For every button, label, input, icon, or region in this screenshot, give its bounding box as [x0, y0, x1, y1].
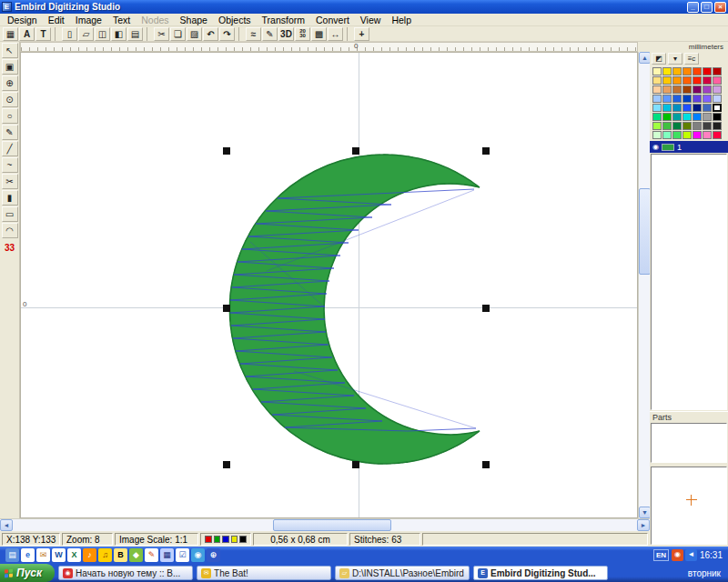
palette-control-button[interactable]: ≡c	[684, 53, 699, 65]
taskbar-window-button[interactable]: ◉ Начать новую тему :: B...	[58, 566, 193, 580]
design-object[interactable]	[229, 155, 480, 464]
palette-control-button[interactable]: ▾	[668, 53, 682, 65]
quick-launch-icon[interactable]: W	[52, 548, 66, 562]
thread-color-swatch[interactable]	[703, 95, 712, 103]
toolbar-button[interactable]	[238, 27, 242, 41]
menu-item[interactable]: Help	[386, 14, 417, 26]
thread-color-swatch[interactable]	[693, 122, 702, 130]
thread-color-swatch[interactable]	[703, 67, 712, 75]
toolbar-button[interactable]: ▱	[78, 27, 94, 41]
thread-color-swatch[interactable]	[682, 104, 692, 112]
toolbar-button[interactable]: 20 30	[295, 27, 310, 41]
thread-color-swatch[interactable]	[662, 122, 672, 130]
toolbar-button[interactable]	[347, 27, 350, 41]
thread-color-swatch[interactable]	[693, 67, 702, 75]
status-color-swatch[interactable]	[214, 536, 221, 543]
quick-launch-icon[interactable]: ⊕	[207, 548, 220, 562]
toolbar-button[interactable]: ≈	[246, 27, 261, 41]
quick-launch-icon[interactable]: ▦	[160, 548, 174, 562]
maximize-button[interactable]: □	[701, 2, 713, 13]
quick-launch-icon[interactable]: e	[21, 548, 35, 562]
thread-color-swatch[interactable]	[652, 76, 662, 85]
thread-color-swatch[interactable]	[682, 131, 692, 139]
menu-item[interactable]: Edit	[43, 14, 70, 26]
horizontal-scrollbar[interactable]: ◄ ►	[0, 518, 650, 531]
tool-button[interactable]: ⊙	[2, 92, 18, 107]
thread-color-swatch[interactable]	[693, 95, 702, 103]
thread-color-swatch[interactable]	[703, 76, 712, 85]
tool-button[interactable]: ╱	[2, 141, 18, 156]
selection-handle[interactable]	[482, 305, 490, 312]
toolbar-button[interactable]: ✂	[154, 27, 169, 41]
tool-button[interactable]: ✂	[2, 174, 18, 189]
tool-button[interactable]: ↖	[2, 43, 18, 58]
thread-color-swatch[interactable]	[713, 76, 722, 85]
menu-item[interactable]: Objects	[213, 14, 257, 26]
thread-color-swatch[interactable]	[713, 113, 722, 121]
close-button[interactable]: ×	[714, 2, 726, 13]
thread-color-swatch[interactable]	[672, 85, 682, 94]
thread-color-swatch[interactable]	[652, 85, 662, 94]
taskbar-window-button[interactable]: ✉ The Bat!	[197, 566, 331, 580]
toolbar-button[interactable]: T	[35, 27, 51, 41]
quick-launch-icon[interactable]: ▤	[5, 548, 19, 562]
thread-color-swatch[interactable]	[652, 131, 662, 139]
thread-color-swatch[interactable]	[662, 113, 672, 121]
thread-color-swatch[interactable]	[672, 76, 682, 85]
thread-color-swatch[interactable]	[662, 104, 672, 112]
thread-color-swatch[interactable]	[652, 67, 662, 75]
thread-color-swatch[interactable]	[672, 67, 682, 75]
thread-color-swatch[interactable]	[682, 113, 692, 121]
thread-color-swatch[interactable]	[682, 85, 692, 94]
thread-color-swatch[interactable]	[703, 85, 712, 94]
toolbar-button[interactable]: ▨	[187, 27, 202, 41]
vertical-scrollbar[interactable]: ▲ ▼	[638, 52, 650, 518]
toolbar-button[interactable]: ▯	[62, 27, 77, 41]
tray-icon[interactable]: ◉	[672, 549, 683, 561]
selection-handle[interactable]	[223, 305, 230, 312]
language-indicator[interactable]: EN	[653, 549, 669, 561]
thread-color-swatch[interactable]	[703, 104, 712, 112]
toolbar-button[interactable]: ↔	[328, 27, 343, 41]
parts-list[interactable]	[651, 423, 727, 463]
thread-color-swatch[interactable]	[682, 67, 692, 75]
toolbar-button[interactable]: ↶	[203, 27, 218, 41]
tool-button[interactable]: ▮	[2, 190, 18, 206]
visibility-eye-icon[interactable]: ◉	[652, 143, 659, 151]
thread-color-swatch[interactable]	[703, 113, 712, 121]
object-list[interactable]	[651, 154, 727, 410]
status-color-swatch[interactable]	[239, 536, 247, 543]
thread-color-swatch[interactable]	[703, 122, 712, 130]
thread-color-swatch[interactable]	[662, 76, 672, 85]
thread-color-swatch[interactable]	[713, 122, 722, 130]
toolbar-button[interactable]: ▩	[311, 27, 327, 41]
scroll-left-button[interactable]: ◄	[0, 519, 13, 531]
scroll-right-button[interactable]: ►	[637, 519, 650, 531]
horizontal-scroll-thumb[interactable]	[273, 519, 391, 531]
menu-item[interactable]: View	[355, 14, 387, 26]
thread-color-swatch[interactable]	[652, 95, 662, 103]
thread-color-swatch[interactable]	[672, 104, 682, 112]
toolbar-button[interactable]	[147, 27, 150, 41]
menu-item[interactable]: Convert	[310, 14, 355, 26]
thread-color-swatch[interactable]	[682, 76, 692, 85]
menu-item[interactable]: Transform	[257, 14, 310, 26]
tool-button[interactable]: ▭	[2, 206, 18, 222]
selection-handle[interactable]	[482, 147, 490, 155]
menu-item[interactable]: Design	[2, 14, 43, 26]
thread-color-swatch[interactable]	[662, 85, 672, 94]
tool-button[interactable]: ⊕	[2, 75, 18, 91]
selection-handle[interactable]	[352, 461, 359, 468]
thread-color-swatch[interactable]	[713, 104, 722, 112]
toolbar-button[interactable]: ◧	[111, 27, 126, 41]
thread-color-swatch[interactable]	[682, 95, 692, 103]
thread-color-swatch[interactable]	[713, 85, 722, 94]
thread-color-swatch[interactable]	[652, 104, 662, 112]
thread-color-swatch[interactable]	[672, 95, 682, 103]
tool-button[interactable]: ✎	[2, 125, 18, 140]
start-button[interactable]: Пуск	[0, 564, 55, 582]
toolbar-button[interactable]: ◫	[95, 27, 110, 41]
thread-color-swatch[interactable]	[652, 122, 662, 130]
tool-button[interactable]: ▣	[2, 59, 18, 75]
quick-launch-icon[interactable]: X	[67, 548, 81, 562]
